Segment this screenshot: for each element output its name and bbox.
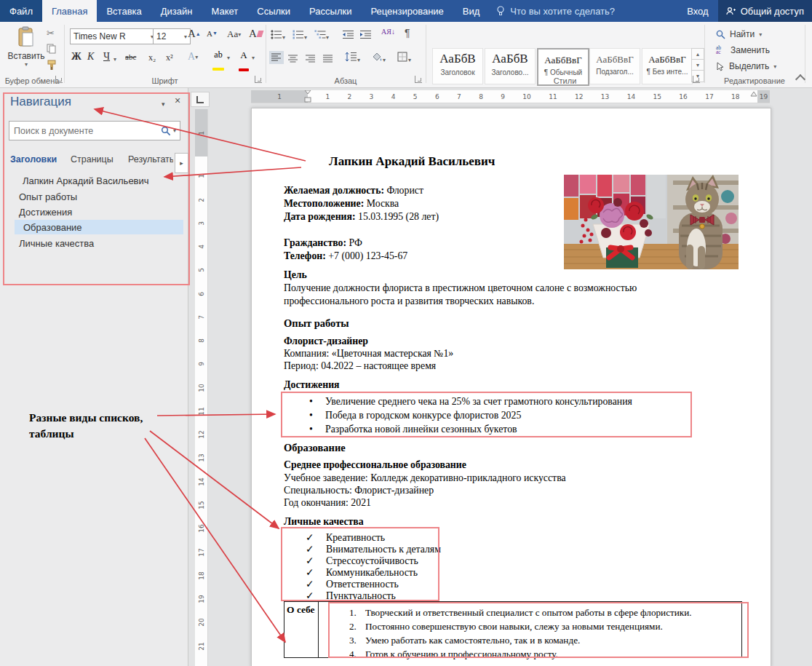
font-name-combo[interactable]: Times New R▾ [70, 28, 157, 44]
nav-heading-item-selected[interactable]: Образование [15, 220, 183, 234]
check-list-item[interactable]: ✓Креативность [306, 531, 385, 544]
check-list-item[interactable]: ✓Ответственность [306, 578, 399, 590]
resume-title[interactable]: Лапкин Аркадий Васильевич [329, 155, 495, 167]
tab-layout[interactable]: Макет [202, 0, 247, 22]
nav-tab-headings[interactable]: Заголовки [10, 154, 57, 164]
navigation-options-dropdown[interactable]: ▾ [162, 100, 165, 108]
info-line[interactable]: Гражданство: РФ [284, 237, 362, 249]
superscript-button[interactable]: x² [166, 52, 173, 63]
replace-button[interactable]: abac Заменить [716, 45, 770, 55]
multilevel-list-button[interactable]: ▾ [314, 29, 329, 42]
signin-button[interactable]: Вход [677, 0, 717, 22]
bullet-list-item[interactable]: •Победа в городском конкурсе флористов 2… [309, 409, 521, 421]
info-line[interactable]: Дата рождения: 15.03.1995 (28 лет) [284, 210, 439, 223]
increase-indent-button[interactable] [359, 29, 372, 42]
info-line[interactable]: Желаемая должность: Флорист [284, 184, 423, 197]
tab-references[interactable]: Ссылки [247, 0, 300, 22]
align-center-button[interactable] [288, 53, 298, 66]
education-line[interactable]: Год окончания: 2021 [284, 496, 371, 509]
nav-heading-item[interactable]: Личные качества [0, 236, 186, 250]
nav-heading-item[interactable]: Достижения [0, 205, 186, 219]
paste-button[interactable]: Вставить ▾ [7, 26, 45, 68]
justify-button[interactable] [323, 53, 333, 66]
numbered-list-item[interactable]: 3.Умею работать как самостоятельно, так … [349, 633, 739, 647]
goal-text-line[interactable]: профессионального роста и развития творч… [284, 295, 534, 307]
search-options-dropdown-icon[interactable]: ▾ [173, 127, 176, 134]
bold-button[interactable]: Ж [71, 51, 81, 63]
education-line[interactable]: Учебное заведение: Колледж декоративно-п… [284, 472, 566, 484]
select-button[interactable]: Выделить▾ [716, 61, 776, 71]
shading-button[interactable]: ▾ [371, 52, 386, 65]
tab-design[interactable]: Дизайн [151, 0, 202, 22]
format-painter-button[interactable] [47, 60, 57, 74]
numbered-list-item[interactable]: 1.Творческий и ответственный специалист … [349, 606, 739, 619]
line-spacing-button[interactable]: ▾ [345, 52, 360, 65]
check-list-item[interactable]: ✓Внимательность к деталям [306, 543, 441, 555]
cat-bouquet-photo[interactable] [564, 175, 739, 269]
strikethrough-button[interactable]: abc [125, 52, 136, 61]
sort-button[interactable]: АЯ↓ [381, 28, 395, 36]
subscript-button[interactable]: x₂ [148, 52, 156, 63]
bullet-list-item[interactable]: •Увеличение среднего чека на 25% за счет… [309, 395, 632, 408]
highlight-dropdown-icon[interactable]: ▾ [227, 55, 230, 61]
section-heading-qualities[interactable]: Личные качества [284, 515, 364, 528]
change-case-button[interactable]: Aa▾ [227, 28, 241, 40]
grow-font-button[interactable]: А▲ [188, 28, 201, 40]
search-icon[interactable] [161, 126, 171, 136]
pilcrow-button[interactable]: ¶ [405, 27, 410, 39]
section-heading-goal[interactable]: Цель [284, 269, 307, 281]
tab-stop-selector[interactable] [191, 92, 210, 107]
nav-tab-results[interactable]: Результать [128, 154, 173, 164]
tab-view[interactable]: Вид [453, 0, 490, 22]
copy-button[interactable] [47, 44, 57, 57]
paragraph-dialog-launcher[interactable] [415, 76, 422, 83]
check-list-item[interactable]: ✓Коммуникабельность [306, 566, 418, 579]
tab-file[interactable]: Файл [0, 0, 42, 22]
check-list-item[interactable]: ✓Стрессоустойчивость [306, 555, 418, 567]
section-heading-education[interactable]: Образование [284, 442, 346, 454]
shrink-font-button[interactable]: А▼ [207, 29, 218, 38]
tab-insert[interactable]: Вставка [97, 0, 151, 22]
nav-heading-item[interactable]: Лапкин Аркадий Васильевич [0, 173, 186, 188]
section-heading-experience[interactable]: Опыт работы [284, 317, 349, 330]
bullets-button[interactable]: ▾ [271, 29, 285, 42]
vertical-ruler[interactable]: 1 123456789101112131415161718192021 [195, 109, 207, 666]
document-search-box[interactable]: ▾ [9, 121, 180, 140]
italic-button[interactable]: К [87, 51, 94, 63]
font-dialog-launcher[interactable] [255, 76, 262, 83]
indent-marker-right[interactable] [750, 91, 757, 97]
styles-dialog-launcher[interactable] [693, 76, 700, 83]
section-heading-achievements[interactable]: Достижения [284, 378, 340, 391]
align-right-button[interactable] [306, 53, 316, 66]
check-list-item[interactable]: ✓Пунктуальность [306, 590, 396, 602]
font-color-dropdown-icon[interactable]: ▾ [252, 55, 255, 61]
bullet-list-item[interactable]: •Разработка новой линейки сезонных букет… [309, 423, 517, 435]
underline-button[interactable]: Ч [103, 51, 110, 63]
about-table[interactable]: О себе 1.Творческий и ответственный спец… [284, 601, 742, 658]
info-line[interactable]: Местоположение: Москва [284, 197, 399, 210]
numbering-button[interactable]: ▾ [292, 29, 307, 42]
underline-dropdown-icon[interactable]: ▾ [114, 56, 116, 63]
nav-tabs-overflow-button[interactable]: ▸ [175, 153, 188, 173]
nav-heading-item[interactable]: Опыт работы [0, 189, 186, 204]
tell-me-box[interactable]: Что вы хотите сделать? [489, 0, 622, 22]
clipboard-dialog-launcher[interactable] [55, 76, 63, 83]
numbered-list-item[interactable]: 4.Готов к обучению и профессиональному р… [349, 647, 739, 661]
font-size-combo[interactable]: 12▾ [153, 28, 191, 44]
tab-mailings[interactable]: Рассылки [300, 0, 361, 22]
navigation-close-button[interactable]: × [175, 95, 180, 106]
info-line[interactable]: Телефон: +7 (000) 123-45-67 [284, 250, 407, 262]
align-left-button[interactable] [269, 51, 284, 64]
text-effects-button[interactable]: А▾ [188, 51, 198, 63]
goal-text-line[interactable]: Получение должности флориста в престижно… [284, 282, 637, 294]
cut-button[interactable]: ✂ [47, 28, 55, 39]
highlight-button[interactable]: ab [212, 49, 224, 74]
clear-formatting-button[interactable]: А [249, 28, 263, 40]
document-search-input[interactable] [9, 126, 161, 136]
share-button[interactable]: Общий доступ [718, 0, 812, 22]
education-line[interactable]: Специальность: Флорист-дизайнер [284, 484, 434, 496]
tab-review[interactable]: Рецензирование [361, 0, 453, 22]
education-subheading[interactable]: Среднее профессиональное образование [284, 459, 466, 471]
indent-marker-left[interactable] [304, 90, 311, 103]
find-button[interactable]: Найти▾ [716, 29, 762, 39]
